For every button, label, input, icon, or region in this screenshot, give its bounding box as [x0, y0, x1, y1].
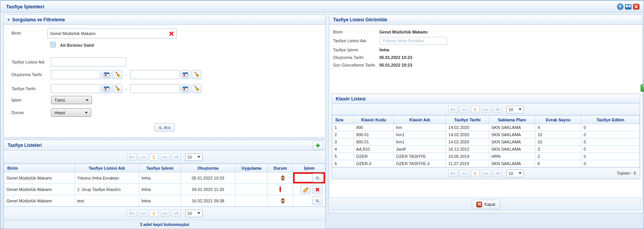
detail-guncelleme-label: Son Güncelleme Tarihi — [333, 63, 379, 67]
liste-adi-input[interactable] — [51, 57, 126, 67]
cell-durum — [267, 172, 293, 184]
olusturma-start-clear-button[interactable] — [113, 70, 122, 79]
filter-section-header[interactable]: ▾ Sorgulama ve Filtreleme — [4, 15, 325, 25]
first-page-button[interactable]: ◄ — [448, 106, 458, 113]
tasfiye-end-calendar-button[interactable] — [181, 84, 190, 93]
detail-panel-footer: Kapat — [331, 197, 641, 211]
close-icon[interactable] — [633, 4, 639, 10]
help-icon[interactable]: ? — [617, 3, 623, 10]
islem-select-value: Tümü — [54, 98, 65, 102]
col-olusturma: Oluşturma — [181, 164, 235, 172]
col-tasfiye-islemi: Tasfiye İşlemi — [139, 164, 181, 172]
lists-pagination-bottom: ◄ ◄◄ 1 ►► ► 10 — [4, 207, 325, 219]
page-size-select[interactable]: 10 — [185, 153, 203, 161]
prev-page-button[interactable]: ◄◄ — [138, 153, 148, 161]
page-size-select[interactable]: 10 — [506, 106, 524, 113]
klasor-header-row: Sıra Klasör Kodu Klasör Adı Tasfiye Tari… — [332, 116, 640, 124]
cell-uygulama — [235, 195, 268, 207]
search-row: Ara — [4, 123, 325, 132]
olusturma-start-input[interactable] — [51, 70, 100, 79]
olusturma-start-calendar-button[interactable] — [102, 70, 111, 79]
pin-window-icon[interactable] — [625, 4, 631, 10]
col-saklama-plani: Saklama Planı — [489, 116, 535, 124]
durum-select[interactable]: Hepsi — [51, 108, 91, 117]
next-page-button[interactable]: ►► — [160, 153, 170, 161]
tasfiye-start-calendar-button[interactable] — [102, 84, 111, 93]
edit-button[interactable] — [300, 185, 311, 194]
prev-page-button[interactable]: ◄◄ — [459, 106, 469, 113]
prev-page-button[interactable]: ◄◄ — [459, 170, 469, 177]
search-icon — [159, 126, 162, 129]
next-page-button[interactable]: ►► — [481, 106, 491, 113]
filter-section: ▾ Sorgulama ve Filtreleme Birim Alt Biri… — [3, 14, 326, 138]
col-klasor-adi: Klasör Adı — [393, 116, 446, 124]
close-panel-button[interactable]: Kapat — [472, 200, 500, 209]
cell-liste-adi: test — [75, 195, 139, 207]
cell-liste-adi: Yılsonu İmha Evrakları — [75, 172, 139, 184]
collapse-arrow-icon[interactable]: ▾ — [8, 17, 10, 22]
filter-section-title: Sorgulama ve Filtreleme — [12, 17, 65, 22]
page-size-select[interactable]: 10 — [506, 170, 524, 177]
tasfiye-end-input[interactable] — [130, 84, 179, 93]
detail-row-guncelleme: Son Güncelleme Tarihi 05.01.2022 10:23 — [333, 61, 642, 68]
durum-select-value: Hepsi — [54, 110, 65, 115]
alt-birimler-checkbox[interactable] — [50, 42, 56, 48]
view-button[interactable] — [312, 196, 322, 205]
col-evrak-sayisi: Evrak Sayısı — [535, 116, 581, 124]
birim-input[interactable] — [48, 29, 177, 38]
olusturma-end-clear-button[interactable] — [192, 70, 201, 79]
islem-select[interactable]: Tümü — [51, 96, 92, 104]
current-page[interactable]: 1 — [150, 210, 158, 217]
side-green-file-icon[interactable] — [641, 84, 644, 92]
olusturma-end-calendar-button[interactable] — [181, 70, 190, 79]
title-bar: Tasfiye İşlemleri ? — [1, 1, 643, 13]
col-tasfiye-edilen: Tasfiye Edilen — [581, 116, 640, 124]
clear-birim-icon[interactable] — [169, 31, 174, 36]
last-page-button[interactable]: ► — [492, 106, 502, 113]
tasfiye-start-input[interactable] — [51, 84, 100, 93]
view-button[interactable] — [312, 173, 322, 182]
left-panel: ▾ Sorgulama ve Filtreleme Birim Alt Biri… — [3, 14, 326, 229]
detail-islem-value: İmha — [379, 48, 389, 52]
delete-button[interactable] — [312, 185, 322, 194]
tasfiye-tarihi-label: Tasfiye Tarihi — [11, 86, 35, 91]
last-page-button[interactable]: ► — [492, 170, 502, 177]
next-page-button[interactable]: ►► — [160, 210, 170, 217]
current-page[interactable]: 1 — [471, 170, 479, 177]
last-page-button[interactable]: ► — [171, 210, 181, 217]
current-page[interactable]: 1 — [471, 106, 479, 113]
search-button[interactable]: Ara — [154, 123, 175, 132]
next-page-button[interactable]: ►► — [481, 170, 491, 177]
tasfiye-end-clear-button[interactable] — [192, 84, 201, 93]
liste-adi-label: Tasfiye Listesi Adı — [11, 60, 44, 64]
tasfiye-start-clear-button[interactable] — [113, 84, 122, 93]
cell-olusturma: 05.01.2022 10:23 — [181, 172, 235, 184]
detail-fields: Birim Genel Müdürlük Makamı Tasfiye List… — [329, 25, 642, 69]
add-list-button[interactable]: + — [312, 141, 323, 150]
klasor-section: Klasör Listesi ◄ ◄◄ 1 ►► ► 10 Sıra Kla — [332, 94, 640, 179]
date-separator: - — [125, 72, 127, 77]
first-page-button[interactable]: ◄ — [127, 153, 137, 161]
prev-page-button[interactable]: ◄◄ — [138, 210, 148, 217]
detail-liste-adi-input: Yılsonu İmha Evrakları — [379, 37, 447, 45]
birim-field-wrap — [48, 29, 177, 38]
first-page-button[interactable]: ◄ — [448, 170, 458, 177]
cell-tasfiye-islemi: İmha — [139, 195, 181, 207]
detail-row-liste-adi: Tasfiye Listesi Adı Yılsonu İmha Evrakla… — [333, 36, 642, 46]
chevron-down-icon — [86, 99, 89, 101]
chevron-down-icon — [519, 108, 522, 110]
lists-pagination-top: ◄ ◄◄ 1 ►► ► 10 — [4, 151, 325, 164]
page-size-select[interactable]: 10 — [185, 210, 203, 217]
olusturma-tarihi-label: Oluşturma Tarihi — [11, 72, 42, 77]
plus-icon: + — [316, 142, 320, 148]
olusturma-end-input[interactable] — [130, 70, 179, 79]
current-page[interactable]: 1 — [150, 153, 158, 161]
birim-label: Birim — [11, 31, 21, 35]
klasor-section-title: Klasör Listesi — [336, 96, 366, 102]
durum-label: Durum — [11, 110, 24, 115]
detail-liste-adi-label: Tasfiye Listesi Adı — [333, 38, 379, 43]
last-page-button[interactable]: ► — [171, 153, 181, 161]
first-page-button[interactable]: ◄ — [127, 210, 137, 217]
magnifier-icon — [316, 199, 319, 202]
col-klasor-kodu: Klasör Kodu — [354, 116, 393, 124]
